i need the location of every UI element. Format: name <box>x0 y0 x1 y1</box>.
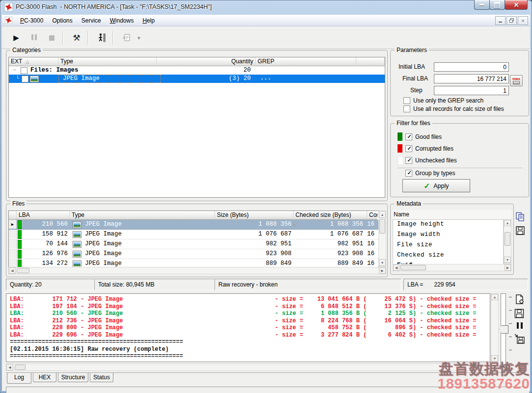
menu-pc3000[interactable]: PC-3000 <box>16 16 48 26</box>
column-quantity[interactable]: Quantity <box>157 57 256 66</box>
step-input[interactable] <box>434 86 509 95</box>
column-checked-size[interactable]: Checked size (Bytes) <box>293 211 367 220</box>
scroll-right-icon[interactable]: ▶ <box>379 267 386 274</box>
file-row[interactable]: 134 272 JPEG Image 889 849 889 849 16 <box>9 259 378 267</box>
save-metadata-button[interactable] <box>515 226 525 236</box>
good-files-checkbox[interactable]: ✓ <box>405 133 412 140</box>
minimize-button[interactable] <box>474 0 490 10</box>
scroll-right-icon[interactable]: ▶ <box>505 264 511 271</box>
exit-task-button[interactable] <box>94 31 109 45</box>
save-log-button[interactable] <box>514 308 526 320</box>
log-horizontal-scrollbar[interactable]: ◀ <box>6 364 491 371</box>
scroll-down-icon[interactable]: ▼ <box>491 355 498 362</box>
pause-log-button[interactable] <box>517 322 525 329</box>
grep-only-option[interactable]: Use only the GREP search <box>403 97 483 104</box>
scrollbar-thumb[interactable] <box>505 232 510 246</box>
mdi-close-button[interactable]: × <box>518 16 528 25</box>
column-grep[interactable]: GREP <box>256 57 356 66</box>
column-type[interactable]: Type <box>58 57 157 66</box>
metadata-horizontal-scrollbar[interactable]: ◀ ▶ <box>393 264 511 271</box>
scroll-up-icon[interactable]: ▲ <box>379 211 386 218</box>
files-vertical-scrollbar[interactable]: ▲ ▼ <box>378 210 386 266</box>
start-button[interactable]: ▶ <box>9 31 24 45</box>
tree-collapse-icon[interactable]: − <box>13 67 16 74</box>
unchecked-files-checkbox[interactable]: ✓ <box>405 157 412 164</box>
category-group-row[interactable]: − Files: Images 20 <box>9 66 385 75</box>
mdi-restore-button[interactable] <box>506 16 517 25</box>
log-vertical-scrollbar[interactable]: ▲ ▼ <box>491 293 499 362</box>
menu-windows[interactable]: Windows <box>106 16 138 26</box>
file-row[interactable]: 126 976 JPEG Image 923 908 923 908 16 <box>9 249 378 259</box>
scroll-up-icon[interactable]: ▲ <box>504 220 511 226</box>
file-checked-size: 889 849 <box>291 260 363 267</box>
metadata-item[interactable]: Image width <box>393 230 503 240</box>
tab-status[interactable]: Status <box>90 373 113 382</box>
copy-metadata-button[interactable] <box>515 212 525 222</box>
type-checkbox[interactable] <box>22 76 28 82</box>
close-button[interactable] <box>505 0 528 10</box>
maximize-button[interactable] <box>489 0 505 10</box>
scrollbar-thumb[interactable] <box>400 265 426 270</box>
exit-person-icon <box>97 33 106 43</box>
file-checked-size: 982 951 <box>291 240 363 247</box>
scroll-down-icon[interactable]: ▼ <box>504 257 511 263</box>
file-row[interactable]: ▶ 210 560 JPEG Image 1 088 356 ⇧ 1 088 3… <box>9 220 378 230</box>
scrollbar-thumb[interactable] <box>17 268 29 273</box>
column-ext[interactable]: EXT △ <box>9 57 58 66</box>
apply-button[interactable]: ✓ Apply <box>402 179 470 192</box>
tab-hex[interactable]: HEX <box>33 373 56 382</box>
pause-button[interactable] <box>27 31 41 45</box>
all-records-checkbox[interactable] <box>403 105 410 112</box>
unchecked-files-option[interactable]: ✓ Unchecked files <box>405 157 457 164</box>
initial-lba-input[interactable] <box>434 62 509 72</box>
all-records-option[interactable]: Use all records for calc size of files <box>403 105 504 112</box>
scroll-down-icon[interactable]: ▼ <box>379 259 386 266</box>
category-type-row[interactable]: └ JPEG Image (3) 20 ... <box>9 75 385 83</box>
metadata-item[interactable]: Checked size <box>393 251 503 261</box>
tab-structure[interactable]: Structure <box>58 373 88 382</box>
title-bar[interactable]: PC-3000 Flash - NORTH AMERICA - [Task - … <box>0 0 532 15</box>
scroll-up-icon[interactable]: ▲ <box>491 294 498 300</box>
row-marker-icon: ▶ <box>9 220 17 229</box>
scroll-left-icon[interactable]: ◀ <box>6 364 13 370</box>
corrupted-files-checkbox[interactable]: ✓ <box>405 145 412 152</box>
good-files-option[interactable]: ✓ Good files <box>405 133 442 140</box>
scroll-left-icon[interactable]: ◀ <box>9 267 16 274</box>
corrupted-files-option[interactable]: ✓ Corrupted files <box>405 145 453 152</box>
menu-options[interactable]: Options <box>48 16 77 26</box>
export-log-button[interactable] <box>514 333 526 345</box>
final-lba-input[interactable] <box>434 74 509 83</box>
file-cor: 16 <box>367 231 374 237</box>
tab-log[interactable]: Log <box>7 373 31 384</box>
scroll-left-icon[interactable]: ◀ <box>393 264 399 271</box>
metadata-item[interactable]: File size <box>393 240 503 251</box>
metadata-item[interactable]: Image height <box>393 220 503 230</box>
menu-service[interactable]: Service <box>77 16 106 26</box>
window-title: PC-3000 Flash - NORTH AMERICA - [Task - … <box>16 3 212 10</box>
log-panel[interactable]: LBA: 171 712 - JPEG Image - size = 13 04… <box>6 293 490 362</box>
column-file-type[interactable]: Type <box>70 211 215 220</box>
step-label: Step <box>410 87 423 94</box>
file-row[interactable]: 158 912 JPEG Image 1 076 687 1 076 687 1… <box>9 230 378 239</box>
scrollbar-thumb[interactable] <box>15 365 26 370</box>
mdi-minimize-button[interactable] <box>495 16 505 25</box>
new-log-button[interactable] <box>514 294 526 306</box>
metadata-vertical-scrollbar[interactable]: ▲ ▼ <box>504 219 511 263</box>
files-horizontal-scrollbar[interactable]: ◀ ▶ <box>8 267 386 274</box>
group-by-types-option[interactable]: ✓ Group by types <box>405 170 455 177</box>
scrollbar-thumb[interactable] <box>379 219 385 234</box>
column-lba[interactable]: LBA <box>17 211 70 220</box>
grep-only-checkbox[interactable] <box>403 97 410 104</box>
max-lba-button[interactable]: max <box>510 75 523 86</box>
filter-title: Filter for files <box>395 120 432 127</box>
report-button[interactable] <box>119 31 134 45</box>
file-row[interactable]: 70 144 JPEG Image 982 951 982 951 16 <box>9 239 378 249</box>
report-dropdown-button[interactable]: ▾ <box>134 31 143 45</box>
group-checkbox[interactable] <box>21 67 27 74</box>
column-size[interactable]: Size (Bytes) <box>215 211 293 220</box>
column-cor[interactable]: Cor <box>367 211 377 220</box>
menu-help[interactable]: Help <box>138 16 159 26</box>
group-by-types-checkbox[interactable]: ✓ <box>405 170 412 177</box>
tools-button[interactable]: ⚒ <box>69 31 84 45</box>
stop-button[interactable] <box>44 31 59 45</box>
